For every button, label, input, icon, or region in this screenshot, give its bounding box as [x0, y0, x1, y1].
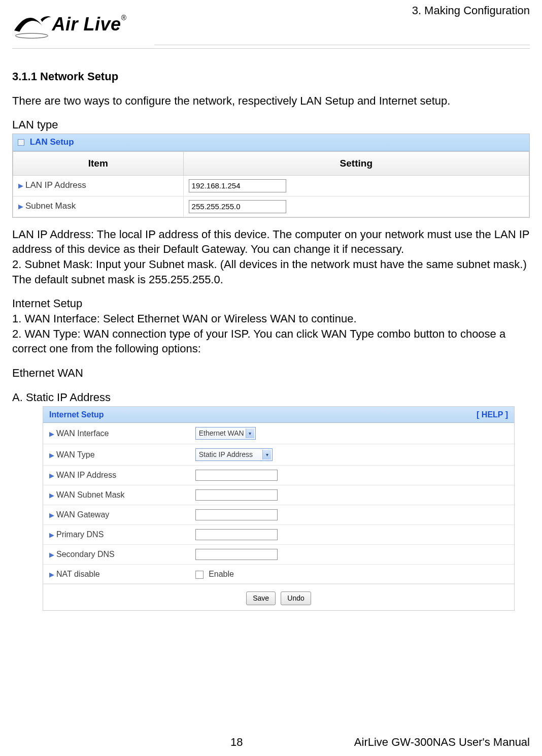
wan-subnet-label: WAN Subnet Mask [56, 490, 125, 499]
table-row: ▶Secondary DNS [43, 544, 514, 564]
lan-panel-title: LAN Setup [30, 137, 74, 147]
caret-icon: ▶ [49, 430, 54, 438]
static-ip-heading: A. Static IP Address [12, 390, 530, 405]
page-number: 18 [230, 736, 243, 749]
page-footer: 18 AirLive GW-300NAS User's Manual [12, 736, 530, 749]
table-row: ▶WAN IP Address [43, 465, 514, 485]
caret-icon: ▶ [49, 511, 54, 519]
undo-button[interactable]: Undo [281, 591, 311, 605]
lan-type-label: LAN type [12, 117, 530, 133]
wan-interface-label: WAN Interface [56, 429, 109, 438]
wan-ip-input[interactable] [195, 470, 278, 481]
svg-point-0 [15, 34, 48, 39]
ethernet-wan-heading: Ethernet WAN [12, 366, 530, 381]
caret-icon: ▶ [18, 182, 23, 189]
subnet-mask-input[interactable] [189, 200, 286, 213]
wan-gateway-input[interactable] [195, 509, 278, 520]
lan-ip-label: LAN IP Address [25, 180, 86, 190]
caret-icon: ▶ [49, 491, 54, 499]
internet-setup-panel: Internet Setup [ HELP ] ▶WAN Interface E… [43, 406, 515, 611]
wan-type-label: WAN Type [56, 450, 95, 459]
button-row: Save Undo [43, 584, 514, 610]
document-title: AirLive GW-300NAS User's Manual [354, 736, 530, 749]
lan-desc-1: LAN IP Address: The local IP address of … [12, 227, 530, 257]
table-row: ▶WAN Subnet Mask [43, 485, 514, 505]
wan-type-select[interactable]: Static IP Address ▾ [195, 448, 273, 461]
lan-setup-panel: LAN Setup Item Setting ▶LAN IP Address ▶… [12, 134, 530, 218]
section-heading: 3.1.1 Network Setup [12, 69, 530, 84]
caret-icon: ▶ [18, 203, 23, 210]
table-row: ▶Subnet Mask [13, 196, 529, 217]
caret-icon: ▶ [49, 551, 54, 558]
wan-subnet-input[interactable] [195, 489, 278, 501]
caret-icon: ▶ [49, 472, 54, 479]
internet-form-table: ▶WAN Interface Ethernet WAN ▾ ▶WAN Type [43, 423, 514, 584]
table-row: ▶WAN Gateway [43, 505, 514, 524]
nat-enable-text: Enable [209, 570, 234, 578]
internet-setup-heading: Internet Setup [12, 296, 530, 311]
subnet-mask-label: Subnet Mask [25, 201, 76, 211]
chevron-down-icon: ▾ [262, 450, 271, 459]
logo-icon [12, 8, 53, 41]
caret-icon: ▶ [49, 451, 54, 459]
internet-li-1: 1. WAN Interface: Select Ethernet WAN or… [12, 311, 530, 326]
collapse-icon[interactable] [18, 139, 24, 146]
table-row: ▶WAN Interface Ethernet WAN ▾ [43, 423, 514, 444]
help-link[interactable]: [ HELP ] [477, 409, 508, 420]
internet-li-2: 2. WAN Type: WAN connection type of your… [12, 326, 530, 356]
secondary-dns-input[interactable] [195, 549, 278, 560]
nat-enable-checkbox[interactable] [195, 571, 204, 579]
brand-logo: Air Live® [12, 8, 530, 49]
table-row: ▶WAN Type Static IP Address ▾ [43, 444, 514, 466]
lan-settings-table: Item Setting ▶LAN IP Address ▶Subnet Mas… [13, 151, 529, 217]
lan-ip-input[interactable] [189, 179, 286, 192]
caret-icon: ▶ [49, 531, 54, 539]
logo-text: Air Live® [52, 14, 126, 35]
col-item: Item [13, 152, 184, 176]
table-row: ▶LAN IP Address [13, 175, 529, 196]
wan-gateway-label: WAN Gateway [56, 510, 109, 519]
primary-dns-label: Primary DNS [56, 530, 104, 539]
secondary-dns-label: Secondary DNS [56, 550, 115, 558]
chevron-down-icon: ▾ [246, 429, 254, 438]
caret-icon: ▶ [49, 571, 54, 578]
table-row: ▶NAT disable Enable [43, 564, 514, 584]
save-button[interactable]: Save [246, 591, 276, 605]
wan-interface-select[interactable]: Ethernet WAN ▾ [195, 427, 256, 440]
lan-desc-2: 2. Subnet Mask: Input your Subnet mask. … [12, 257, 530, 287]
wan-ip-label: WAN IP Address [56, 471, 116, 479]
col-setting: Setting [183, 152, 529, 176]
intro-paragraph: There are two ways to configure the netw… [12, 93, 530, 109]
internet-panel-title: Internet Setup [49, 409, 104, 420]
table-row: ▶Primary DNS [43, 524, 514, 544]
nat-disable-label: NAT disable [56, 570, 100, 578]
lan-panel-header: LAN Setup [13, 134, 529, 151]
primary-dns-input[interactable] [195, 529, 278, 540]
